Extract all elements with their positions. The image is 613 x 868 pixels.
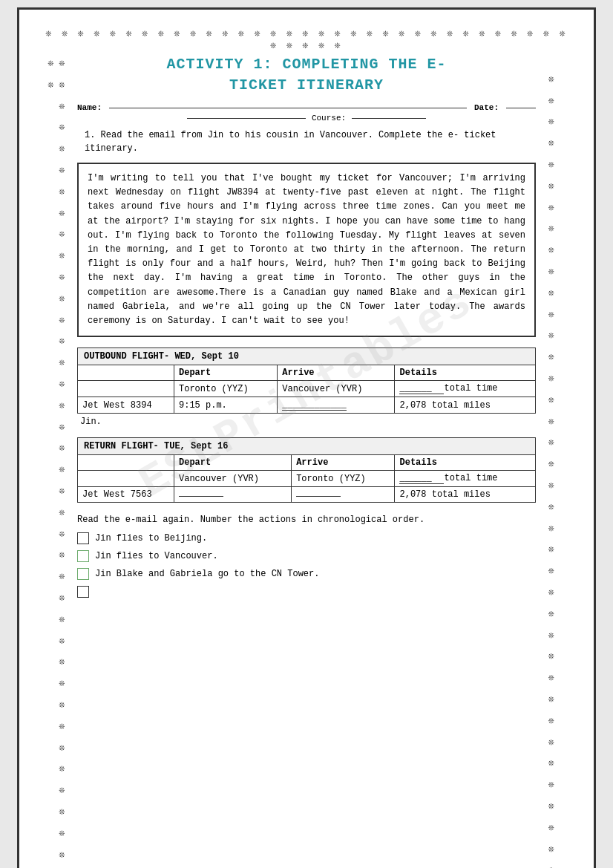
outbound-col-details: Details (395, 365, 536, 381)
border-left: ❊ ❊ ❊ ❊ ❊ ❊ ❊ ❊ ❊ ❊ ❊ ❊ ❊ ❊ ❊ ❊ ❊ ❊ ❊ ❊ … (42, 54, 70, 868)
return-col-details: Details (395, 455, 536, 471)
course-label: Course: (312, 114, 346, 123)
checkbox-item-1[interactable]: Jin flies to Beijing. (77, 532, 536, 544)
return-flight-section: RETURN FLIGHT- TUE, Sept 16 Depart Arriv… (77, 437, 536, 503)
name-input-line[interactable] (109, 108, 467, 108)
outbound-col-flight (78, 365, 174, 381)
return-r2-depart (174, 487, 292, 503)
name-row: Name: Date: (77, 103, 536, 112)
outbound-flight-table: OUTBOUND FLIGHT- WED, Sept 10 Depart Arr… (77, 347, 536, 414)
return-flight-table: RETURN FLIGHT- TUE, Sept 16 Depart Arriv… (77, 437, 536, 503)
checkbox-item-4[interactable] (77, 586, 536, 598)
course-row: Course: (77, 114, 536, 123)
outbound-row1: Toronto (YYZ) Vancouver (YVR) ______tota… (78, 381, 536, 397)
return-r1-flight (78, 471, 174, 487)
border-top: ❊ ❊ ❊ ❊ ❊ ❊ ❊ ❊ ❊ ❊ ❊ ❊ ❊ ❊ ❊ ❊ ❊ ❊ ❊ ❊ … (42, 25, 571, 54)
outbound-r2-details: 2,078 total miles (395, 397, 536, 414)
return-row2: Jet West 7563 2,078 total miles (78, 487, 536, 503)
return-r1-arrive: Toronto (YYZ) (292, 471, 395, 487)
checkbox-item-2[interactable]: Jin flies to Vancouver. (77, 550, 536, 562)
email-box: I'm writing to tell you that I've bought… (77, 163, 536, 337)
outbound-r1-arrive: Vancouver (YVR) (278, 381, 395, 397)
jin-note: Jin. (77, 417, 536, 427)
instruction-2: Read the e-mail again. Number the action… (77, 513, 536, 526)
outbound-r2-arrive: ____________ (278, 397, 395, 414)
outbound-r2-flight: Jet West 8394 (78, 397, 174, 414)
return-r1-depart: Vancouver (YVR) (174, 471, 292, 487)
return-header: RETURN FLIGHT- TUE, Sept 16 (78, 438, 536, 455)
outbound-r1-details: ______total time (395, 381, 536, 397)
checkbox-label-1: Jin flies to Beijing. (95, 533, 207, 544)
outbound-r2-depart: 9:15 p.m. (174, 397, 278, 414)
checkbox-4[interactable] (77, 586, 89, 598)
outbound-col-arrive: Arrive (278, 365, 395, 381)
checkbox-1[interactable] (77, 532, 89, 544)
return-r2-flight: Jet West 7563 (78, 487, 174, 503)
return-col-flight (78, 455, 174, 471)
main-page: ESLPrintables ❊ ❊ ❊ ❊ ❊ ❊ ❊ ❊ ❊ ❊ ❊ ❊ ❊ … (17, 7, 596, 868)
checkbox-label-3: Jin Blake and Gabriela go to the CN Towe… (95, 569, 319, 579)
outbound-r1-depart: Toronto (YYZ) (174, 381, 278, 397)
outbound-r1-flight (78, 381, 174, 397)
checkbox-item-3[interactable]: Jin Blake and Gabriela go to the CN Towe… (77, 568, 536, 580)
outbound-header: OUTBOUND FLIGHT- WED, Sept 10 (78, 348, 536, 365)
border-right: ❊ ❊ ❊ ❊ ❊ ❊ ❊ ❊ ❊ ❊ ❊ ❊ ❊ ❊ ❊ ❊ ❊ ❊ ❊ ❊ … (543, 54, 571, 868)
outbound-col-depart: Depart (174, 365, 278, 381)
course-input-line[interactable] (352, 118, 426, 119)
return-col-arrive: Arrive (292, 455, 395, 471)
page-title: ACTIVITY 1: COMPLETING THE E- TICKET ITI… (77, 54, 536, 96)
date-label: Date: (474, 103, 499, 112)
checkbox-label-2: Jin flies to Vancouver. (95, 551, 218, 561)
return-col-depart: Depart (174, 455, 292, 471)
checkbox-3[interactable] (77, 568, 89, 580)
outbound-flight-section: OUTBOUND FLIGHT- WED, Sept 10 Depart Arr… (77, 347, 536, 427)
return-row1: Vancouver (YVR) Toronto (YYZ) ______tota… (78, 471, 536, 487)
course-line-left[interactable] (187, 118, 306, 119)
return-r2-details: 2,078 total miles (395, 487, 536, 503)
instruction-1: 1. Read the email from Jin to his cousin… (77, 128, 536, 155)
return-r2-arrive (292, 487, 395, 503)
outbound-row2: Jet West 8394 9:15 p.m. ____________ 2,0… (78, 397, 536, 414)
name-label: Name: (77, 103, 102, 112)
checkbox-2[interactable] (77, 550, 89, 562)
return-r1-details: ______total time (395, 471, 536, 487)
